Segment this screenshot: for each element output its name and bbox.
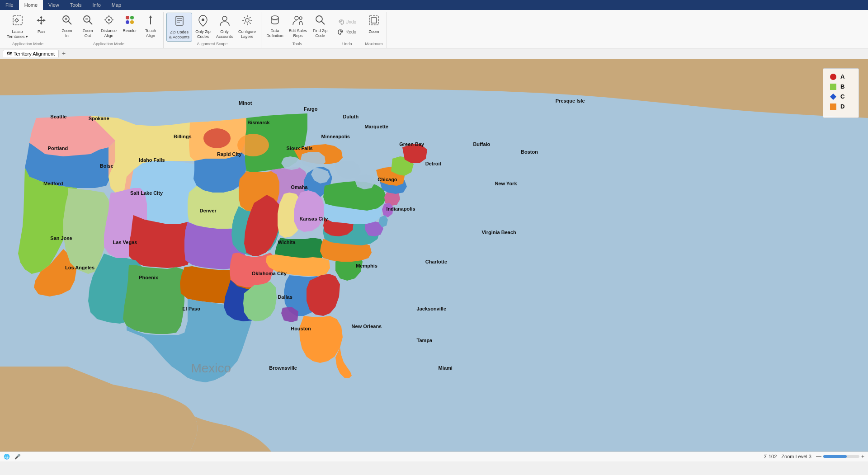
svg-point-10 xyxy=(126,16,129,19)
svg-point-30 xyxy=(237,134,269,156)
distance-label: DistanceAlign xyxy=(101,28,117,38)
data-definition-button[interactable]: DataDefinition xyxy=(264,13,286,40)
zoom-max-group-label: Maximum xyxy=(365,42,383,47)
zoom-level-label: Zoom Level 3 xyxy=(781,454,811,459)
legend-item-a: A xyxy=(830,73,852,80)
count-value: 102 xyxy=(769,454,777,459)
pan-button[interactable]: Pan xyxy=(31,13,51,36)
tab-home[interactable]: Home xyxy=(19,0,43,10)
svg-line-26 xyxy=(321,21,325,24)
svg-point-19 xyxy=(222,16,227,21)
only-accounts-label: OnlyAccounts xyxy=(216,29,233,39)
legend-item-d: D xyxy=(830,103,852,110)
zoom-max-button[interactable]: Zoom xyxy=(364,13,384,36)
configure-layers-button[interactable]: ConfigureLayers xyxy=(236,13,258,41)
configure-icon xyxy=(241,14,254,28)
zoom-max-label: Zoom xyxy=(369,29,379,34)
edit-sales-icon xyxy=(292,14,304,28)
svg-point-20 xyxy=(245,19,249,22)
only-zip-label: Only ZipCodes xyxy=(195,29,211,39)
distance-align-button[interactable]: DistanceAlign xyxy=(99,13,119,40)
tab-file[interactable]: File xyxy=(0,0,19,10)
zoom-in-label: ZoomIn xyxy=(62,28,72,38)
svg-point-23 xyxy=(295,16,298,20)
zoom-max-icon xyxy=(368,14,380,28)
ribbon-group-app-mode2: ZoomIn ZoomOut DistanceAlign Recolor xyxy=(54,12,164,48)
only-accounts-button[interactable]: OnlyAccounts xyxy=(214,13,235,41)
find-zip-icon xyxy=(314,14,326,28)
add-tab-button[interactable]: + xyxy=(60,49,68,57)
tab-info[interactable]: Info xyxy=(87,0,106,10)
undo-button[interactable]: Undo xyxy=(336,18,358,26)
svg-rect-28 xyxy=(371,18,377,23)
zoom-minus-icon[interactable]: — xyxy=(816,453,821,460)
svg-point-13 xyxy=(130,20,134,24)
map-svg xyxy=(0,59,868,451)
alignment-scope-label: Alignment Scope xyxy=(197,42,228,47)
recolor-icon xyxy=(124,14,136,28)
touch-label: TouchAlign xyxy=(145,28,156,38)
redo-icon xyxy=(338,29,344,35)
territory-alignment-tab[interactable]: 🗺 Territory Alignment xyxy=(3,50,59,57)
recolor-button[interactable]: Recolor xyxy=(120,13,140,35)
ribbon-group-items2: ZoomIn ZoomOut DistanceAlign Recolor xyxy=(57,13,160,42)
svg-line-6 xyxy=(89,21,92,24)
edit-sales-reps-button[interactable]: Edit SalesReps xyxy=(287,13,310,40)
only-accounts-icon xyxy=(218,14,231,28)
ribbon-group-undo: Undo Redo Undo xyxy=(333,12,361,48)
app-mode-label: Application Mode xyxy=(12,42,43,47)
ribbon-tabs: File Home View Tools Info Map xyxy=(0,0,868,10)
ribbon-group-items: LassoTerritories ▾ Pan xyxy=(5,13,51,42)
ribbon-group-items4: DataDefinition Edit SalesReps Find ZipCo… xyxy=(264,13,330,42)
zoom-control[interactable]: — + xyxy=(816,453,864,460)
tab-map[interactable]: Map xyxy=(106,0,127,10)
touch-align-button[interactable]: TouchAlign xyxy=(141,13,160,40)
tab-view[interactable]: View xyxy=(43,0,65,10)
svg-rect-35 xyxy=(830,103,836,110)
distance-icon xyxy=(103,14,115,28)
svg-point-18 xyxy=(202,19,204,21)
microphone-icon: 🎤 xyxy=(14,454,21,460)
pan-label: Pan xyxy=(38,29,45,34)
ribbon-group-alignment: Zip Codes& Accounts Only ZipCodes OnlyAc… xyxy=(164,12,261,48)
status-bar: 🌐 🎤 Σ 102 Zoom Level 3 — + xyxy=(0,451,868,461)
zoom-in-icon xyxy=(61,14,73,28)
zoom-slider[interactable] xyxy=(823,455,859,458)
zip-accounts-label: Zip Codes& Accounts xyxy=(169,30,189,40)
zip-codes-accounts-button[interactable]: Zip Codes& Accounts xyxy=(166,13,192,42)
zip-codes-accounts-icon xyxy=(173,14,186,29)
legend-symbol-d xyxy=(830,103,837,110)
svg-rect-33 xyxy=(830,84,836,90)
only-zip-codes-button[interactable]: Only ZipCodes xyxy=(193,13,213,41)
tab-map-icon: 🗺 xyxy=(7,51,12,56)
zoom-out-icon xyxy=(82,14,94,28)
data-def-label: DataDefinition xyxy=(266,28,283,38)
ribbon-group-tools: DataDefinition Edit SalesReps Find ZipCo… xyxy=(261,12,333,48)
globe-icon: 🌐 xyxy=(4,454,10,460)
ribbon-group-zoom-max: Zoom Maximum xyxy=(361,12,387,48)
find-zip-label: Find ZipCode xyxy=(313,28,328,38)
find-zip-code-button[interactable]: Find ZipCode xyxy=(310,13,330,40)
data-definition-icon xyxy=(269,14,281,28)
svg-point-11 xyxy=(130,16,134,19)
pan-icon xyxy=(35,14,47,28)
ribbon-group-zoom-items: Zoom xyxy=(364,13,384,42)
tab-tools[interactable]: Tools xyxy=(65,0,87,10)
touch-icon xyxy=(145,14,156,28)
undo-icon xyxy=(338,19,344,25)
zoom-plus-icon[interactable]: + xyxy=(861,453,864,460)
zoom-out-button[interactable]: ZoomOut xyxy=(78,13,98,40)
only-zip-icon xyxy=(197,14,209,28)
status-bar-left: 🌐 🎤 xyxy=(4,454,21,460)
ribbon-content: LassoTerritories ▾ Pan Application Mode … xyxy=(0,10,868,48)
legend-label-a: A xyxy=(840,73,844,80)
svg-point-25 xyxy=(316,16,322,22)
zoom-in-button[interactable]: ZoomIn xyxy=(57,13,77,40)
legend-item-b: B xyxy=(830,83,852,90)
lasso-territories-button[interactable]: LassoTerritories ▾ xyxy=(5,13,30,41)
tools-label: Tools xyxy=(292,42,302,47)
legend-symbol-c xyxy=(830,93,837,100)
svg-rect-27 xyxy=(369,16,378,25)
redo-button[interactable]: Redo xyxy=(336,28,358,36)
legend-item-c: C xyxy=(830,93,852,100)
